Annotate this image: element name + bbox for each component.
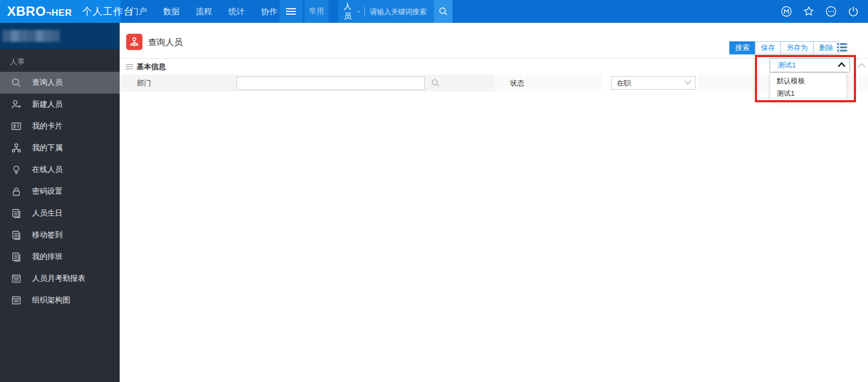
top-bar: XBRO¬HER 个人工作台 门户 数据 流程 统计 协作 常用 人员 <box>0 0 868 23</box>
sidebar-item-label: 组织架构图 <box>32 295 70 305</box>
template-option-default[interactable]: 默认模板 <box>770 75 846 87</box>
product-name: 个人工作台 <box>82 5 134 18</box>
nav-item-collaboration[interactable]: 协作 <box>261 7 277 17</box>
status-select-value: 在职 <box>617 79 631 87</box>
sidebar-item-label: 在线人员 <box>32 165 63 175</box>
org-chart-icon <box>11 143 22 153</box>
menu-button[interactable] <box>280 0 302 23</box>
sidebar-item-monthly-attendance-report[interactable]: 人员月考勤报表 <box>0 268 120 289</box>
star-icon[interactable] <box>803 5 815 17</box>
search-input[interactable] <box>370 8 429 16</box>
topbar-right-icons <box>780 0 859 23</box>
id-card-icon <box>11 121 22 132</box>
global-search: 人员 <box>338 0 434 23</box>
sidebar-item-label: 我的下属 <box>32 143 63 153</box>
sidebar-item-birthdays[interactable]: 人员生日 <box>0 202 120 224</box>
chevron-down-icon[interactable] <box>357 10 361 14</box>
search-button[interactable]: 搜索 <box>729 41 755 54</box>
template-select-value: 测试1 <box>778 59 796 72</box>
sidebar-item-query-person[interactable]: 查询人员 <box>0 72 120 94</box>
sidebar-item-mobile-checkin[interactable]: 移动签到 <box>0 224 120 246</box>
template-option-test1[interactable]: 测试1 <box>770 87 846 100</box>
sidebar-item-new-person[interactable]: 新建人员 <box>0 94 120 115</box>
sidebar-item-label: 新建人员 <box>32 100 63 109</box>
section-title: 基本信息 <box>137 59 166 75</box>
top-nav: 门户 数据 流程 统计 协作 <box>131 0 277 23</box>
sidebar-item-label: 移动签到 <box>32 230 63 240</box>
search-form-row: 部门 状态 在职 <box>120 75 868 91</box>
section-header: 基本信息 <box>120 59 868 75</box>
document-icon <box>11 208 22 219</box>
grip-icon <box>126 64 133 70</box>
sidebar-item-online-people[interactable]: 在线人员 <box>0 159 120 181</box>
app-logo: XBRO¬HER 个人工作台 <box>0 0 121 23</box>
favorites-button[interactable]: 常用 <box>305 0 328 23</box>
nav-item-workflow[interactable]: 流程 <box>196 7 212 17</box>
search-icon <box>11 77 22 88</box>
brand-name: XBRO¬HER <box>7 4 72 19</box>
template-select[interactable]: 测试1 <box>770 58 850 72</box>
collapse-section-icon[interactable] <box>857 63 866 68</box>
sidebar-item-label: 人员生日 <box>32 208 63 218</box>
status-select[interactable]: 在职 <box>611 76 696 90</box>
chevron-up-icon <box>838 62 846 67</box>
search-divider <box>364 7 365 16</box>
m-badge-icon[interactable] <box>780 5 792 17</box>
redacted-text <box>2 30 60 42</box>
hamburger-icon <box>286 8 296 15</box>
page-title: 查询人员 <box>148 37 183 48</box>
template-options-list: 默认模板 测试1 <box>770 72 847 102</box>
sidebar-item-org-structure[interactable]: 组织架构图 <box>0 289 120 311</box>
department-input[interactable] <box>237 77 425 90</box>
sidebar-item-my-shift[interactable]: 我的排班 <box>0 246 120 268</box>
delete-button[interactable]: 删除 <box>813 41 839 54</box>
sidebar-item-label: 我的排班 <box>32 252 63 262</box>
document-icon <box>11 251 22 262</box>
save-as-button[interactable]: 另存为 <box>780 41 814 54</box>
sidebar-item-label: 我的卡片 <box>32 121 63 131</box>
user-plus-icon <box>11 99 22 110</box>
sidebar-item-label: 人员月考勤报表 <box>32 274 85 284</box>
lightbulb-icon <box>11 164 22 175</box>
search-icon <box>438 7 448 16</box>
nav-item-statistics[interactable]: 统计 <box>228 7 245 17</box>
more-circle-icon[interactable] <box>825 5 837 17</box>
status-label: 状态 <box>510 75 524 91</box>
lock-icon <box>11 186 22 197</box>
sidebar-item-my-card[interactable]: 我的卡片 <box>0 115 120 137</box>
sidebar-item-label: 查询人员 <box>32 78 63 88</box>
nav-item-portal[interactable]: 门户 <box>131 7 147 17</box>
nav-item-data[interactable]: 数据 <box>163 7 179 17</box>
department-lookup-icon[interactable] <box>431 78 440 88</box>
list-view-icon[interactable] <box>836 42 847 52</box>
search-category[interactable]: 人员 <box>344 2 354 21</box>
page-icon <box>126 34 142 50</box>
chevron-down-icon <box>684 80 691 85</box>
org-chart-icon <box>128 36 140 48</box>
document-icon <box>11 230 22 241</box>
sidebar-item-label: 密码设置 <box>32 187 63 196</box>
sidebar-item-password-settings[interactable]: 密码设置 <box>0 181 120 202</box>
report-icon <box>11 273 22 284</box>
search-button[interactable] <box>434 0 452 23</box>
department-label: 部门 <box>137 75 151 91</box>
toolbar: 搜索 保存 另存为 删除 <box>729 41 839 54</box>
sidebar-header <box>0 23 120 49</box>
sidebar-section-title: 人事 <box>0 49 120 72</box>
power-icon[interactable] <box>847 5 859 17</box>
save-button[interactable]: 保存 <box>755 41 781 54</box>
sidebar-item-my-subordinates[interactable]: 我的下属 <box>0 137 120 159</box>
report-icon <box>11 295 22 306</box>
sidebar: 人事 查询人员 新建人员 我的卡片 我的下属 在线人员 密码设置 <box>0 23 120 382</box>
main-content: 查询人员 搜索 保存 另存为 删除 基本信息 部门 <box>120 23 868 382</box>
